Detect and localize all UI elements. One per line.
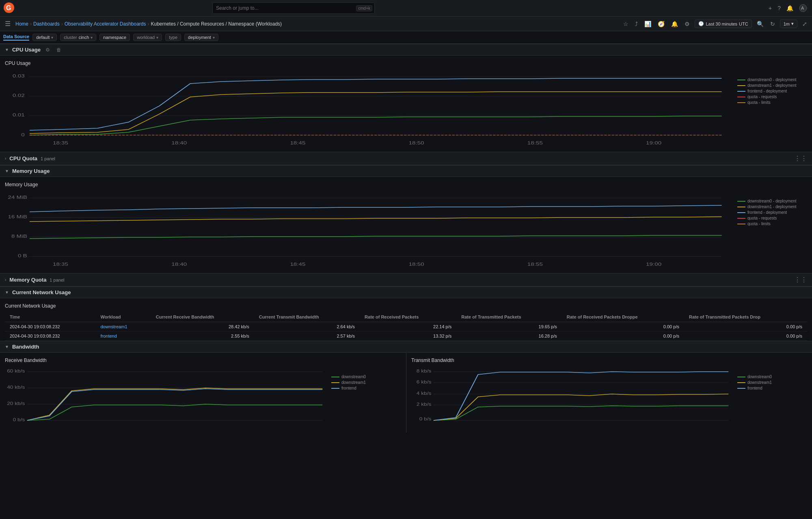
memory-usage-chart-container: 24 MiB 16 MiB 8 MiB 0 B 18:35 18:40 18:4… [5, 191, 807, 273]
search-input[interactable] [212, 2, 375, 14]
trans-legend-frontend-line [737, 388, 745, 389]
memory-quota-more-icon[interactable]: ⋮⋮ [794, 276, 807, 284]
trans-legend-downstream1-line [737, 382, 745, 383]
svg-text:18:35: 18:35 [53, 262, 68, 267]
namespace-filter-value: namespace [103, 35, 126, 40]
hamburger-button[interactable]: ☰ [3, 18, 12, 29]
type-filter-value[interactable]: deployment ▾ [184, 34, 218, 41]
memory-usage-section-header[interactable]: ▼ Memory Usage [0, 165, 812, 177]
svg-text:A: A [801, 6, 804, 11]
memory-usage-chart-area: 24 MiB 16 MiB 8 MiB 0 B 18:35 18:40 18:4… [5, 191, 734, 273]
memory-usage-legend: downstream0 - deployment downstream1 - d… [734, 191, 807, 273]
workload-filter[interactable]: workload ▾ [133, 34, 162, 41]
col-trans-packets[interactable]: Rate of Transmitted Packets [456, 312, 562, 322]
refresh-interval-label: 1m [784, 22, 790, 26]
datasource-filter-label[interactable]: Data Source [3, 34, 29, 41]
help-button[interactable]: ? [776, 3, 782, 13]
trans-legend-downstream1-text: downstream1 [747, 380, 772, 385]
alert-button[interactable]: 🔔 [669, 19, 680, 29]
transmit-bandwidth-legend: downstream0 downstream1 frontend [734, 366, 807, 433]
clock-icon: 🕐 [698, 21, 704, 26]
col-transmit-bw[interactable]: Current Transmit Bandwidth [254, 312, 360, 322]
mem-legend-downstream0: downstream0 - deployment [737, 199, 804, 203]
breadcrumb-observability[interactable]: Observability Accelerator Dashboards [65, 21, 146, 27]
svg-text:20 kb/s: 20 kb/s [7, 401, 25, 406]
svg-text:18:55: 18:55 [527, 262, 543, 267]
row1-workload-link[interactable]: downstream1 [100, 324, 127, 329]
notifications-button[interactable]: 🔔 [785, 3, 795, 13]
cpu-quota-more-icon[interactable]: ⋮⋮ [794, 155, 807, 162]
col-recv-drop[interactable]: Rate of Received Packets Droppe [562, 312, 684, 322]
receive-bandwidth-chart-area: 60 kb/s 40 kb/s 20 kb/s 0 b/s [5, 366, 328, 433]
workload-filter-key: workload [137, 35, 155, 40]
add-button[interactable]: + [767, 3, 773, 13]
cpu-usage-section-header[interactable]: ▼ CPU Usage ⚙ 🗑 [0, 44, 812, 56]
navbar: ☰ Home › Dashboards › Observability Acce… [0, 17, 812, 31]
cluster-filter-value: cinch [79, 35, 89, 40]
mem-legend-quota-req: quota - requests [737, 216, 804, 220]
row2-workload[interactable]: frontend [95, 332, 151, 341]
expand-button[interactable]: ⤢ [801, 19, 809, 29]
legend-quota-req-text: quota - requests [747, 95, 777, 99]
svg-text:16 MiB: 16 MiB [8, 215, 27, 220]
legend-quota-req: quota - requests [737, 95, 804, 99]
col-trans-drop[interactable]: Rate of Transmitted Packets Drop [684, 312, 807, 322]
breadcrumb-dashboards[interactable]: Dashboards [33, 21, 60, 27]
legend-frontend-line [737, 91, 745, 92]
svg-text:0: 0 [21, 133, 24, 138]
row1-workload[interactable]: downstream1 [95, 322, 151, 332]
receive-bandwidth-chart-container: 60 kb/s 40 kb/s 20 kb/s 0 b/s [5, 366, 401, 433]
svg-text:4 kb/s: 4 kb/s [417, 391, 432, 396]
mem-legend-quota-req-text: quota - requests [747, 216, 777, 220]
legend-downstream1-text: downstream1 - deployment [747, 83, 797, 88]
svg-text:18:55: 18:55 [527, 141, 543, 146]
bandwidth-grid: Receive Bandwidth 60 kb/s 40 kb/s 20 kb/… [0, 353, 812, 433]
explore-button[interactable]: 🧭 [656, 19, 666, 29]
cpu-usage-gear-icon[interactable]: ⚙ [44, 47, 52, 53]
legend-downstream0: downstream0 - deployment [737, 78, 804, 82]
breadcrumb-home[interactable]: Home [15, 21, 28, 27]
bandwidth-collapse-icon: ▼ [5, 345, 9, 349]
user-avatar[interactable]: A [797, 2, 809, 14]
refresh-interval-button[interactable]: 1m ▾ [780, 19, 797, 28]
row2-receive-bw: 2.55 kb/s [151, 332, 254, 341]
trans-legend-frontend-text: frontend [747, 386, 762, 390]
type-filter-key: type [169, 35, 177, 40]
transmit-bandwidth-title: Transmit Bandwidth [411, 357, 807, 363]
namespace-filter[interactable]: namespace [99, 34, 130, 41]
recv-legend-frontend-line [331, 388, 339, 389]
col-workload[interactable]: Workload [95, 312, 151, 322]
share-button[interactable]: ⤴ [633, 19, 639, 29]
legend-downstream0-text: downstream0 - deployment [747, 78, 797, 82]
svg-text:6 kb/s: 6 kb/s [417, 380, 432, 385]
memory-quota-section-title: Memory Quota [9, 277, 46, 283]
time-range-button[interactable]: 🕐 Last 30 minutes UTC [695, 19, 752, 28]
refresh-button[interactable]: ↻ [769, 19, 777, 29]
row2-workload-link[interactable]: frontend [100, 334, 117, 338]
default-filter[interactable]: default ▾ [32, 34, 57, 41]
current-network-panel-title: Current Network Usage [5, 303, 807, 309]
cluster-filter[interactable]: cluster cinch ▾ [60, 34, 96, 41]
recv-legend-frontend-text: frontend [341, 386, 356, 390]
svg-text:18:45: 18:45 [290, 262, 305, 267]
memory-quota-section-header[interactable]: › Memory Quota 1 panel ⋮⋮ [0, 273, 812, 286]
star-button[interactable]: ☆ [622, 19, 630, 29]
cpu-usage-trash-icon[interactable]: 🗑 [55, 47, 63, 53]
row2-trans-packets: 16.28 p/s [456, 332, 562, 341]
grafana-logo: G [3, 2, 15, 15]
row1-trans-drop: 0.00 p/s [684, 322, 807, 332]
transmit-bandwidth-chart-container: 8 kb/s 6 kb/s 4 kb/s 2 kb/s 0 b/s [411, 366, 807, 433]
col-receive-bw[interactable]: Current Receive Bandwidth [151, 312, 254, 322]
cpu-quota-section-header[interactable]: › CPU Quota 1 panel ⋮⋮ [0, 152, 812, 165]
current-network-section-header[interactable]: ▼ Current Network Usage [0, 286, 812, 298]
bandwidth-section-header[interactable]: ▼ Bandwidth [0, 341, 812, 353]
col-time[interactable]: Time [5, 312, 95, 322]
col-recv-packets[interactable]: Rate of Received Packets [360, 312, 456, 322]
graph-view-button[interactable]: 📊 [643, 19, 653, 29]
zoom-out-button[interactable]: 🔍 [755, 19, 765, 29]
default-filter-chevron: ▾ [51, 35, 53, 40]
transmit-bandwidth-panel: Transmit Bandwidth 8 kb/s 6 kb/s 4 kb/s … [406, 353, 812, 433]
svg-text:0 b/s: 0 b/s [13, 418, 25, 422]
settings-button[interactable]: ⚙ [683, 19, 691, 29]
svg-text:19:00: 19:00 [646, 141, 661, 146]
